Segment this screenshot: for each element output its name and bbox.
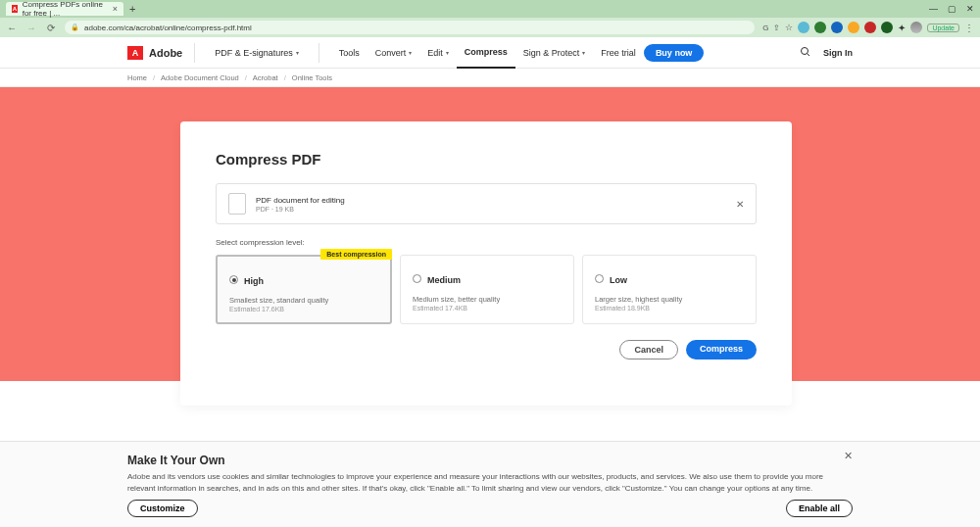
ext2-icon[interactable] [814, 22, 826, 33]
cookie-title: Make It Your Own [127, 454, 853, 467]
browser-address-bar: ← → ⟳ 🔒 adobe.com/ca/acrobat/online/comp… [0, 18, 980, 37]
ext3-icon[interactable] [831, 22, 843, 33]
ext1-icon[interactable] [798, 22, 809, 33]
window-maximize-icon[interactable]: ▢ [948, 4, 956, 14]
remove-file-icon[interactable]: ✕ [736, 199, 744, 210]
window-minimize-icon[interactable]: — [929, 4, 938, 14]
header-divider [318, 43, 319, 63]
crumb-acrobat[interactable]: Acrobat [253, 73, 278, 82]
menu-free-trial[interactable]: Free trial [593, 37, 644, 69]
uploaded-file-row: PDF document for editing PDF · 19 KB ✕ [216, 183, 757, 224]
cookie-consent-bar: ✕ Make It Your Own Adobe and its vendors… [0, 441, 980, 527]
browser-tab[interactable]: A Compress PDFs online for free | ... × [6, 2, 123, 16]
brand-name: Adobe [149, 47, 182, 59]
profile-avatar-icon[interactable] [910, 22, 922, 33]
tab-title: Compress PDFs online for free | ... [23, 0, 108, 18]
svg-point-0 [802, 47, 808, 54]
file-name: PDF document for editing [256, 196, 345, 205]
chevron-down-icon: ▾ [582, 49, 585, 56]
chevron-down-icon: ▾ [296, 49, 299, 56]
chevron-down-icon: ▾ [446, 49, 449, 56]
bookmark-star-icon[interactable]: ☆ [785, 23, 793, 32]
gsuite-icon[interactable]: G [762, 24, 768, 32]
cookie-body: Adobe and its vendors use cookies and si… [127, 471, 853, 495]
option-medium-sub: Medium size, better quality [413, 295, 562, 304]
ext4-icon[interactable] [848, 22, 859, 33]
cookie-enable-all-button[interactable]: Enable all [786, 500, 853, 517]
ext6-icon[interactable] [881, 22, 893, 33]
menu-edit[interactable]: Edit▾ [419, 37, 457, 69]
option-low-est: Estimated 18.9KB [595, 305, 744, 311]
menu-convert[interactable]: Convert▾ [368, 37, 420, 69]
radio-high[interactable] [229, 275, 238, 284]
option-high[interactable]: Best compression High Smallest size, sta… [216, 255, 392, 324]
window-controls: — ▢ ✕ [929, 4, 974, 14]
option-high-sub: Smallest size, standard quality [229, 296, 378, 305]
option-medium[interactable]: Medium Medium size, better quality Estim… [400, 255, 574, 324]
menu-sign-protect[interactable]: Sign & Protect▾ [515, 37, 594, 69]
svg-line-1 [808, 53, 810, 56]
search-icon[interactable] [800, 46, 811, 60]
window-close-icon[interactable]: ✕ [966, 4, 974, 14]
compression-options: Best compression High Smallest size, sta… [216, 255, 757, 324]
compression-level-label: Select compression level: [216, 238, 757, 247]
breadcrumb: Home/ Adobe Document Cloud/ Acrobat/ Onl… [0, 69, 980, 87]
chevron-down-icon: ▾ [409, 49, 412, 56]
adobe-favicon: A [12, 5, 18, 13]
compress-card: Compress PDF PDF document for editing PD… [180, 121, 792, 406]
menu-tools[interactable]: Tools [331, 37, 368, 69]
browser-update-button[interactable]: Update [927, 24, 959, 32]
nav-reload-icon[interactable]: ⟳ [45, 23, 57, 33]
option-low[interactable]: Low Larger size, highest quality Estimat… [582, 255, 757, 324]
site-header: A Adobe PDF & E-signatures▾ Tools Conver… [0, 37, 980, 69]
extension-icons: G ⇪ ☆ ✦ Update ⋮ [762, 22, 974, 33]
crumb-adc[interactable]: Adobe Document Cloud [161, 73, 239, 82]
buy-now-button[interactable]: Buy now [644, 44, 705, 62]
option-medium-est: Estimated 17.4KB [413, 305, 562, 311]
new-tab-button[interactable]: + [129, 3, 135, 15]
browser-titlebar: A Compress PDFs online for free | ... × … [0, 0, 980, 18]
radio-medium[interactable] [413, 274, 421, 283]
header-divider [194, 43, 195, 63]
hero-area: Compress PDF PDF document for editing PD… [0, 87, 980, 441]
nav-back-icon[interactable]: ← [6, 23, 18, 33]
tab-close-icon[interactable]: × [113, 4, 118, 14]
ext5-icon[interactable] [864, 22, 876, 33]
file-icon [228, 193, 246, 215]
crumb-home[interactable]: Home [127, 73, 147, 82]
url-text: adobe.com/ca/acrobat/online/compress-pdf… [84, 24, 252, 32]
page-title: Compress PDF [216, 151, 757, 168]
compress-button[interactable]: Compress [686, 340, 757, 359]
option-low-sub: Larger size, highest quality [595, 295, 744, 304]
radio-low[interactable] [595, 274, 604, 283]
menu-compress[interactable]: Compress [457, 37, 515, 69]
best-compression-badge: Best compression [320, 249, 392, 260]
adobe-logo-icon: A [127, 46, 143, 60]
nav-forward-icon[interactable]: → [25, 23, 37, 33]
cancel-button[interactable]: Cancel [619, 340, 678, 359]
crumb-online-tools[interactable]: Online Tools [292, 73, 332, 82]
option-high-est: Estimated 17.6KB [229, 306, 378, 312]
sign-in-link[interactable]: Sign In [823, 48, 853, 58]
cookie-close-icon[interactable]: ✕ [844, 450, 853, 462]
share-icon[interactable]: ⇪ [773, 24, 780, 32]
url-field[interactable]: 🔒 adobe.com/ca/acrobat/online/compress-p… [65, 21, 755, 34]
cookie-customize-button[interactable]: Customize [127, 500, 198, 517]
menu-pdf-esign[interactable]: PDF & E-signatures▾ [207, 37, 307, 69]
extensions-puzzle-icon[interactable]: ✦ [898, 23, 906, 33]
file-size: PDF · 19 KB [256, 206, 345, 213]
browser-menu-icon[interactable]: ⋮ [964, 23, 974, 33]
action-row: Cancel Compress [216, 340, 757, 359]
lock-icon: 🔒 [71, 24, 79, 31]
adobe-logo[interactable]: A Adobe [127, 46, 182, 60]
